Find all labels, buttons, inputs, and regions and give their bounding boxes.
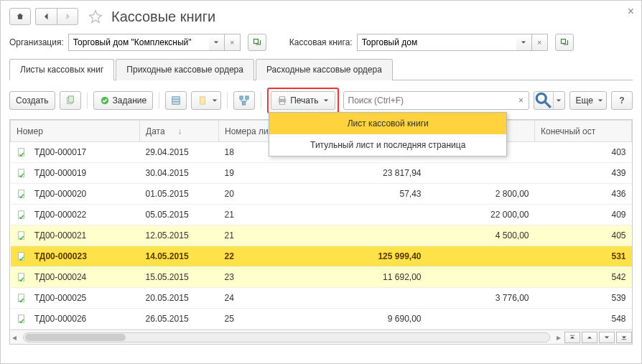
svg-line-16: [544, 102, 550, 108]
svg-rect-27: [622, 339, 626, 340]
cell-number: ТД00-000024: [11, 267, 140, 288]
cell-end: 542: [535, 267, 632, 288]
home-button[interactable]: [9, 8, 31, 25]
go-up-button[interactable]: [582, 332, 597, 343]
table-footer: ◂ ▸: [10, 330, 632, 344]
book-input[interactable]: [357, 34, 516, 51]
clear-icon[interactable]: ×: [225, 34, 241, 51]
table-row[interactable]: ТД00-00002112.05.2015214 500,00405: [11, 225, 632, 246]
org-open-button[interactable]: [248, 34, 266, 51]
cell-end: 439: [535, 163, 632, 184]
favorite-star-icon[interactable]: [87, 8, 104, 25]
task-label: Задание: [113, 95, 147, 106]
document-icon: [17, 147, 27, 157]
cell-v2: 3 776,00: [427, 288, 535, 309]
go-down-button[interactable]: [599, 332, 615, 343]
book-open-button[interactable]: [555, 34, 574, 51]
print-label: Печать: [290, 95, 318, 106]
svg-rect-0: [253, 39, 258, 44]
table-row[interactable]: ТД00-00002415.05.20152311 692,00542: [11, 267, 632, 288]
create-button[interactable]: Создать: [9, 91, 55, 110]
docs-dropdown-button[interactable]: [191, 91, 221, 110]
col-end[interactable]: Конечный ост: [535, 121, 632, 142]
cell-sheet: 25: [219, 309, 298, 330]
scroll-left-icon[interactable]: ◂: [10, 332, 19, 342]
go-top-button[interactable]: [564, 332, 580, 343]
cell-v2: 4 500,00: [427, 225, 535, 246]
book-combo[interactable]: ×: [357, 34, 548, 51]
table-row[interactable]: ТД00-00002520.05.2015243 776,00539: [11, 288, 632, 309]
cell-number: ТД00-000017: [11, 142, 140, 163]
more-label: Еще: [576, 95, 593, 106]
search-dropdown[interactable]: [553, 92, 564, 109]
go-bottom-button[interactable]: [616, 332, 632, 343]
document-icon: [17, 272, 27, 282]
svg-rect-13: [280, 97, 285, 100]
col-date[interactable]: Дата↓: [140, 121, 219, 142]
more-button[interactable]: Еще: [569, 91, 607, 110]
search-button[interactable]: [534, 92, 553, 109]
cell-v1: [298, 288, 427, 309]
document-icon: [17, 168, 27, 178]
table-row[interactable]: ТД00-00002314.05.201522125 999,40531: [11, 246, 632, 267]
cell-number: ТД00-000025: [11, 288, 140, 309]
print-menu-title-page[interactable]: Титульный лист и последняя страница: [269, 134, 506, 156]
clear-icon[interactable]: ×: [532, 34, 548, 51]
cell-end: 539: [535, 288, 632, 309]
cell-date: 01.05.2015: [140, 184, 219, 205]
h-scrollbar[interactable]: [23, 332, 550, 342]
svg-rect-1: [561, 39, 565, 44]
tabs: Листы кассовых книг Приходные кассовые о…: [9, 58, 633, 80]
cell-v1: 23 817,94: [298, 163, 427, 184]
scroll-right-icon[interactable]: ▸: [554, 332, 563, 342]
print-menu-sheet[interactable]: Лист кассовой книги: [269, 113, 506, 134]
cell-number: ТД00-000020: [11, 184, 140, 205]
tab-sheets[interactable]: Листы кассовых книг: [9, 59, 114, 80]
dropdown-icon[interactable]: [209, 34, 225, 51]
table-row[interactable]: ТД00-00002626.05.2015259 690,00548: [11, 309, 632, 330]
search-clear-icon[interactable]: ×: [514, 95, 529, 106]
cell-v2: [427, 309, 535, 330]
cell-v2: [427, 267, 535, 288]
svg-rect-5: [172, 97, 180, 105]
org-input[interactable]: [68, 34, 209, 51]
table-row[interactable]: ТД00-00001930.04.20151923 817,94439: [11, 163, 632, 184]
svg-rect-8: [200, 97, 205, 105]
list-button[interactable]: [165, 91, 187, 110]
table-row[interactable]: ТД00-00002001.05.20152057,432 800,00436: [11, 184, 632, 205]
col-number[interactable]: Номер: [11, 121, 140, 142]
search-input[interactable]: [344, 95, 514, 106]
chevron-down-icon: [323, 98, 329, 103]
cell-v1: 57,43: [298, 184, 427, 205]
table-row[interactable]: ТД00-00002205.05.20152122 000,00409: [11, 205, 632, 225]
search-box[interactable]: ×: [343, 91, 529, 110]
help-button[interactable]: ?: [611, 91, 633, 110]
forward-button[interactable]: [57, 8, 78, 25]
cell-sheet: 22: [219, 246, 298, 267]
cell-number: ТД00-000021: [11, 225, 140, 246]
close-icon[interactable]: ×: [628, 5, 634, 18]
org-combo[interactable]: ×: [68, 34, 241, 51]
cell-end: 403: [535, 142, 632, 163]
cell-date: 29.04.2015: [140, 142, 219, 163]
dropdown-icon[interactable]: [516, 34, 532, 51]
print-button[interactable]: Печать: [271, 91, 335, 110]
cell-v2: [427, 163, 535, 184]
back-button[interactable]: [35, 8, 57, 25]
cell-v1: [298, 225, 427, 246]
scroll-thumb[interactable]: [25, 334, 126, 341]
book-label: Кассовая книга:: [289, 37, 353, 47]
cell-sheet: 23: [219, 267, 298, 288]
tab-income[interactable]: Приходные кассовые ордера: [116, 59, 254, 80]
task-button[interactable]: Задание: [93, 91, 154, 110]
cell-sheet: 21: [219, 205, 298, 225]
cell-v1: 11 692,00: [298, 267, 427, 288]
relations-button[interactable]: [233, 91, 255, 110]
cell-v2: 2 800,00: [427, 184, 535, 205]
cell-date: 15.05.2015: [140, 267, 219, 288]
tab-outcome[interactable]: Расходные кассовые ордера: [256, 59, 393, 80]
copy-button[interactable]: [60, 91, 81, 110]
print-highlight: Печать Лист кассовой книги Титульный лис…: [267, 88, 338, 113]
cell-number: ТД00-000023: [11, 246, 140, 267]
cell-date: 05.05.2015: [140, 205, 219, 225]
